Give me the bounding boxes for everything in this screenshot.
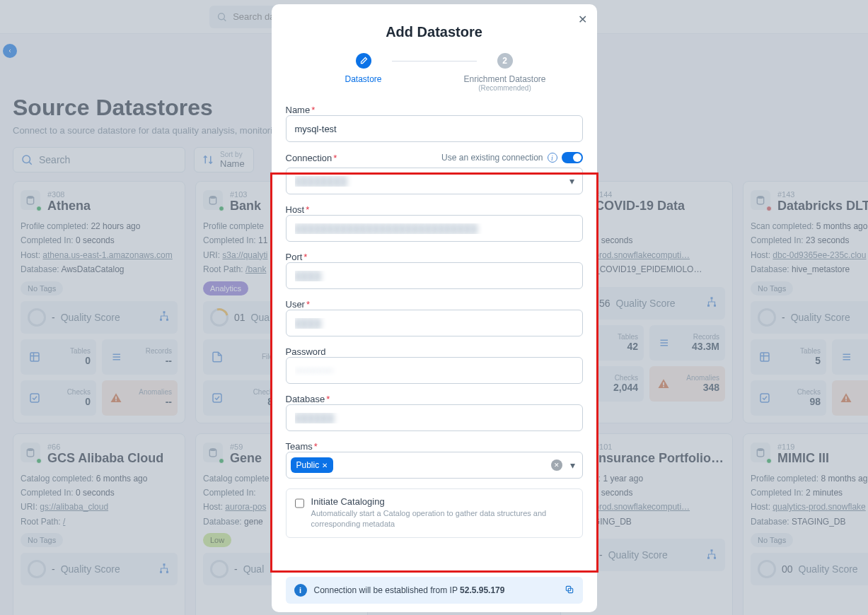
field-database: Database* (286, 394, 583, 431)
chevron-down-icon: ▾ (570, 459, 575, 471)
ip-banner: i Connection will be established from IP… (286, 577, 583, 604)
step-2[interactable]: 2 Enrichment Datastore (Recommended) (434, 53, 576, 92)
info-icon: i (294, 584, 307, 597)
port-input[interactable] (286, 262, 583, 289)
chip-remove-icon[interactable]: ✕ (322, 462, 328, 469)
name-input[interactable] (286, 115, 583, 142)
field-password: Password (286, 346, 583, 384)
modal-overlay: ✕ Add Datastore Datastore 2 Enrichment D… (0, 0, 868, 615)
existing-connection-toggle[interactable]: Use an existing connection i (441, 152, 582, 163)
user-input[interactable] (286, 310, 583, 336)
field-host: Host* (286, 204, 583, 242)
pencil-icon (356, 53, 371, 69)
info-icon[interactable]: i (548, 153, 557, 163)
connection-select[interactable] (286, 168, 583, 194)
close-icon[interactable]: ✕ (578, 13, 587, 26)
field-user: User* (286, 299, 583, 336)
password-input[interactable] (286, 357, 583, 384)
field-connection: Connection* Use an existing connection i… (286, 152, 583, 194)
step-1[interactable]: Datastore (293, 53, 434, 84)
teams-input[interactable]: Public ✕ ✕ ▾ (286, 452, 583, 479)
add-datastore-modal: ✕ Add Datastore Datastore 2 Enrichment D… (272, 4, 597, 612)
toggle-switch[interactable] (562, 152, 583, 163)
field-port: Port* (286, 252, 583, 289)
stepper: Datastore 2 Enrichment Datastore (Recomm… (272, 53, 597, 92)
initiate-cataloging-box: Initiate Cataloging Automatically start … (286, 488, 583, 538)
modal-title: Add Datastore (272, 24, 597, 40)
host-input[interactable] (286, 215, 583, 242)
field-teams: Teams* Public ✕ ✕ ▾ (286, 441, 583, 479)
clear-icon[interactable]: ✕ (551, 459, 562, 471)
team-chip-public[interactable]: Public ✕ (291, 457, 334, 473)
copy-icon[interactable] (565, 585, 574, 597)
field-name: Name* (286, 105, 583, 142)
database-input[interactable] (286, 404, 583, 431)
initiate-checkbox[interactable] (295, 498, 304, 509)
modal-body: Name* Connection* Use an existing connec… (272, 105, 597, 571)
